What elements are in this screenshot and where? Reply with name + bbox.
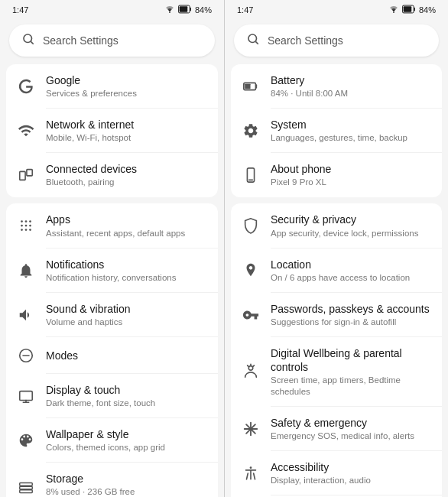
modes-item[interactable]: Modes — [6, 337, 218, 374]
left-status-right: 84% — [164, 5, 212, 15]
accessibility-title: Accessibility — [271, 460, 431, 474]
wallpaper-title: Wallpaper & style — [46, 427, 207, 441]
system-item[interactable]: System Languages, gestures, time, backup — [231, 109, 442, 153]
wellbeing-icon — [242, 362, 260, 381]
connected-text: Connected devices Bluetooth, pairing — [46, 162, 207, 188]
wallpaper-subtitle: Colors, themed icons, app grid — [46, 442, 207, 453]
right-search-bar[interactable]: Search Settings — [234, 24, 439, 57]
storage-item[interactable]: Storage 8% used · 236 GB free — [6, 463, 218, 497]
passwords-subtitle: Suggestions for sign-in & autofill — [271, 317, 431, 328]
battery-item[interactable]: Battery 84% · Until 8:00 AM — [231, 64, 442, 109]
apps-item[interactable]: Apps Assistant, recent apps, default app… — [6, 203, 218, 248]
left-group-1: Google Services & preferences Network & … — [6, 64, 218, 197]
passwords-icon — [242, 306, 260, 324]
google-item[interactable]: Google Services & preferences — [6, 64, 218, 109]
svg-rect-39 — [20, 172, 25, 180]
svg-line-38 — [31, 41, 33, 44]
svg-point-67 — [248, 366, 253, 371]
battery-item-icon — [242, 77, 260, 96]
sound-text: Sound & vibration Volume and haptics — [46, 302, 207, 328]
connected-subtitle: Bluetooth, pairing — [46, 177, 207, 188]
svg-point-75 — [250, 466, 252, 469]
system-subtitle: Languages, gestures, time, backup — [271, 132, 431, 144]
left-search-text: Search Settings — [43, 34, 118, 47]
wallpaper-item[interactable]: Wallpaper & style Colors, themed icons, … — [6, 418, 218, 463]
battery-title: Battery — [271, 73, 431, 87]
notifications-item[interactable]: Notifications Notification history, conv… — [6, 248, 218, 293]
svg-rect-55 — [20, 482, 33, 486]
location-subtitle: On / 6 apps have access to location — [271, 272, 431, 284]
svg-rect-56 — [20, 486, 33, 489]
about-title: About phone — [271, 162, 431, 176]
network-item[interactable]: Network & internet Mobile, Wi-Fi, hotspo… — [6, 109, 218, 153]
left-wifi-icon — [164, 5, 175, 15]
svg-point-41 — [21, 221, 23, 223]
svg-rect-40 — [27, 170, 32, 176]
svg-point-58 — [393, 11, 394, 13]
wellbeing-subtitle: Screen time, app timers, Bedtime schedul… — [271, 375, 431, 398]
svg-point-34 — [169, 11, 170, 13]
location-icon — [242, 261, 260, 280]
security-subtitle: App security, device lock, permissions — [271, 228, 431, 239]
svg-point-49 — [29, 229, 31, 232]
connected-item[interactable]: Connected devices Bluetooth, pairing — [6, 153, 218, 197]
location-title: Location — [271, 258, 431, 271]
svg-point-61 — [248, 34, 257, 43]
storage-text: Storage 8% used · 236 GB free — [46, 472, 207, 497]
svg-point-43 — [29, 221, 31, 223]
sound-item[interactable]: Sound & vibration Volume and haptics — [6, 293, 218, 337]
about-item[interactable]: About phone Pixel 9 Pro XL — [231, 153, 442, 197]
svg-point-46 — [29, 225, 31, 227]
svg-line-62 — [255, 41, 258, 44]
svg-point-47 — [21, 229, 23, 232]
accessibility-item[interactable]: Accessibility Display, interaction, audi… — [231, 451, 442, 495]
safety-icon — [242, 420, 260, 438]
display-text: Display & touch Dark theme, font size, t… — [46, 383, 207, 409]
storage-title: Storage — [46, 472, 207, 486]
left-settings-list: Google Services & preferences Network & … — [0, 64, 224, 497]
right-time: 1:47 — [237, 5, 253, 15]
svg-point-37 — [24, 34, 32, 43]
notifications-subtitle: Notification history, conversations — [46, 272, 207, 284]
notifications-title: Notifications — [46, 258, 207, 271]
network-icon — [17, 122, 35, 140]
wellbeing-text: Digital Wellbeing & parental controls Sc… — [271, 346, 431, 398]
about-text: About phone Pixel 9 Pro XL — [271, 162, 431, 188]
left-time: 1:47 — [12, 5, 28, 15]
svg-rect-60 — [404, 6, 412, 11]
system-text: System Languages, gestures, time, backup — [271, 118, 431, 144]
wellbeing-item[interactable]: Digital Wellbeing & parental controls Sc… — [231, 337, 442, 407]
connected-title: Connected devices — [46, 162, 207, 176]
battery-subtitle: 84% · Until 8:00 AM — [271, 88, 431, 99]
svg-rect-64 — [245, 84, 250, 89]
left-status-bar: 1:47 84% — [0, 0, 224, 18]
safety-item[interactable]: Safety & emergency Emergency SOS, medica… — [231, 407, 442, 451]
right-battery-icon — [402, 5, 416, 15]
right-group-2: Security & privacy App security, device … — [231, 203, 442, 497]
left-search-bar[interactable]: Search Settings — [9, 24, 215, 57]
right-search-text: Search Settings — [268, 34, 343, 47]
notifications-icon — [17, 261, 35, 280]
display-subtitle: Dark theme, font size, touch — [46, 398, 207, 409]
wallpaper-icon — [17, 431, 35, 450]
display-item[interactable]: Display & touch Dark theme, font size, t… — [6, 374, 218, 418]
apps-icon — [17, 216, 35, 235]
apps-title: Apps — [46, 213, 207, 226]
modes-title: Modes — [46, 349, 207, 362]
security-icon — [242, 216, 260, 235]
passwords-item[interactable]: Passwords, passkeys & accounts Suggestio… — [231, 293, 442, 337]
accessibility-text: Accessibility Display, interaction, audi… — [271, 460, 431, 486]
left-group-2: Apps Assistant, recent apps, default app… — [6, 203, 218, 497]
right-panel: 1:47 84% — [224, 0, 448, 497]
wellbeing-title: Digital Wellbeing & parental controls — [271, 346, 431, 374]
wallpaper-text: Wallpaper & style Colors, themed icons, … — [46, 427, 207, 453]
svg-line-69 — [253, 365, 254, 366]
display-icon — [17, 387, 35, 405]
google-title: Google — [46, 73, 207, 87]
security-item[interactable]: Security & privacy App security, device … — [231, 203, 442, 248]
right-battery-pct: 84% — [419, 5, 436, 15]
modes-icon — [17, 346, 35, 365]
network-subtitle: Mobile, Wi-Fi, hotspot — [46, 132, 207, 144]
location-item[interactable]: Location On / 6 apps have access to loca… — [231, 248, 442, 293]
about-icon — [242, 166, 260, 184]
